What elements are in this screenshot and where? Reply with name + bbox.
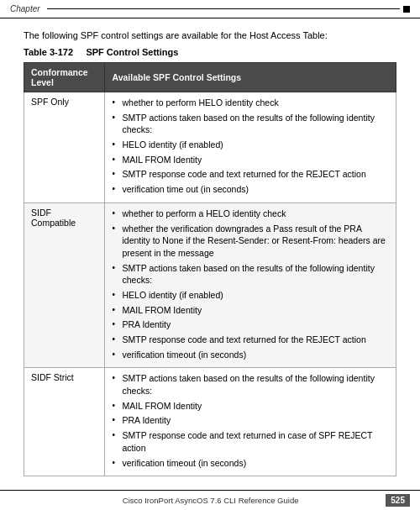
main-content: The following SPF control settings are a… xyxy=(0,18,420,485)
list-item: whether to perform HELO identity check xyxy=(112,97,389,109)
top-bar: Chapter xyxy=(0,0,420,18)
list-item: PRA Identity xyxy=(112,414,389,427)
settings-list: whether to perform HELO identity checkSM… xyxy=(112,97,389,196)
list-item: SMTP actions taken based on the results … xyxy=(112,262,389,287)
list-item: HELO identity (if enabled) xyxy=(112,139,389,151)
settings-cell: whether to perform a HELO identity check… xyxy=(105,202,396,368)
top-divider-line xyxy=(47,8,400,9)
list-item: PRA Identity xyxy=(112,318,389,331)
page-footer: Cisco IronPort AsyncOS 7.6 CLI Reference… xyxy=(0,490,420,510)
table-row: SIDF Compatiblewhether to perform a HELO… xyxy=(24,202,396,368)
conformance-level-cell: SIDF Strict xyxy=(24,368,105,476)
settings-list: SMTP actions taken based on the results … xyxy=(112,372,389,469)
page-wrapper: Chapter The following SPF control settin… xyxy=(0,0,420,510)
list-item: verification timeout (in seconds) xyxy=(112,349,389,361)
conformance-level-cell: SIDF Compatible xyxy=(24,202,105,368)
conformance-level-cell: SPF Only xyxy=(24,92,105,203)
settings-cell: whether to perform HELO identity checkSM… xyxy=(105,92,396,203)
table-row: SIDF StrictSMTP actions taken based on t… xyxy=(24,368,396,476)
col-header-settings: Available SPF Control Settings xyxy=(105,63,396,92)
list-item: verification timeout (in seconds) xyxy=(112,457,389,470)
settings-list: whether to perform a HELO identity check… xyxy=(112,208,389,361)
list-item: verification time out (in seconds) xyxy=(112,183,389,196)
settings-cell: SMTP actions taken based on the results … xyxy=(105,368,396,476)
list-item: HELO identity (if enabled) xyxy=(112,289,389,302)
table-row: SPF Onlywhether to perform HELO identity… xyxy=(24,92,396,203)
list-item: MAIL FROM Identity xyxy=(112,400,389,413)
chapter-label: Chapter xyxy=(10,4,40,13)
table-title: Table 3-172 SPF Control Settings xyxy=(24,47,396,57)
intro-text: The following SPF control settings are a… xyxy=(24,30,396,40)
footer-center-text: Cisco IronPort AsyncOS 7.6 CLI Reference… xyxy=(35,496,386,505)
table-header-row: Conformance Level Available SPF Control … xyxy=(24,63,396,92)
list-item: SMTP actions taken based on the results … xyxy=(112,112,389,136)
table-name: SPF Control Settings xyxy=(86,47,178,57)
col-header-conformance: Conformance Level xyxy=(24,63,105,92)
footer-right: 525 xyxy=(386,494,410,507)
list-item: SMTP actions taken based on the results … xyxy=(112,372,389,397)
list-item: MAIL FROM Identity xyxy=(112,304,389,317)
list-item: SMTP response code and text returned for… xyxy=(112,168,389,181)
list-item: MAIL FROM Identity xyxy=(112,154,389,166)
page-number: 525 xyxy=(386,494,410,507)
list-item: whether the verification downgrades a Pa… xyxy=(112,223,389,260)
list-item: SMTP response code and text returned for… xyxy=(112,334,389,346)
list-item: whether to perform a HELO identity check xyxy=(112,208,389,220)
top-bar-square xyxy=(403,6,410,13)
table-label: Table 3-172 xyxy=(24,47,73,57)
spf-control-table: Conformance Level Available SPF Control … xyxy=(24,62,396,476)
list-item: SMTP response code and text returned in … xyxy=(112,429,389,454)
